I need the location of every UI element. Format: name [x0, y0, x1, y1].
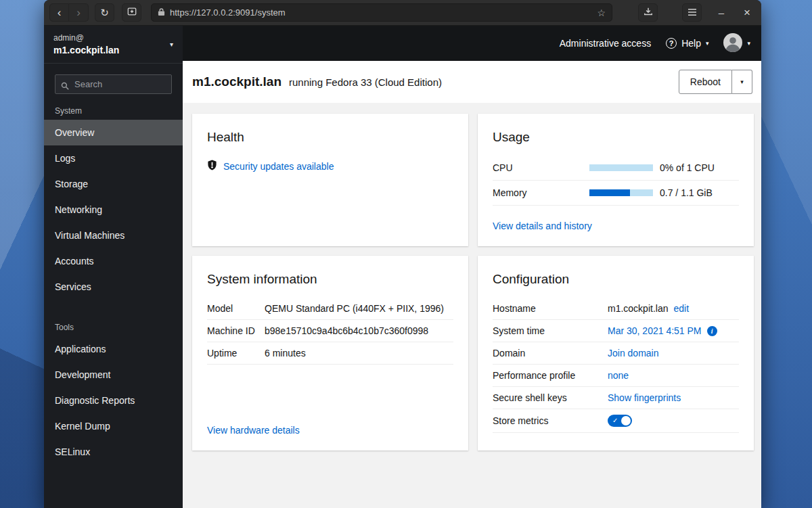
info-icon[interactable]: i — [707, 326, 717, 336]
sidebar-item-networking[interactable]: Networking — [44, 197, 183, 223]
avatar — [723, 33, 742, 54]
nav-button-group: ‹ › — [49, 3, 89, 22]
cpu-label: CPU — [493, 162, 589, 173]
machine-id-row: Machine ID b98e15710c9a4bc6b4c10b7c360f0… — [207, 320, 453, 342]
uptime-value: 6 minutes — [265, 348, 306, 359]
performance-profile-label: Performance profile — [493, 370, 608, 381]
minimize-button[interactable]: – — [713, 4, 730, 22]
uptime-label: Uptime — [207, 348, 265, 359]
memory-usage-row: Memory 0.7 / 1.1 GiB — [493, 181, 739, 206]
performance-profile-link[interactable]: none — [608, 370, 629, 381]
downloads-button[interactable] — [638, 3, 658, 22]
health-row: Security updates available — [207, 160, 453, 173]
join-domain-link[interactable]: Join domain — [608, 348, 659, 359]
sidebar-item-selinux[interactable]: SELinux — [44, 439, 183, 465]
hostname-edit-link[interactable]: edit — [673, 303, 689, 314]
browser-window: ‹ › ↻ https://127.0.0.2:9091/system ☆ – … — [44, 0, 761, 508]
security-updates-link[interactable]: Security updates available — [223, 161, 334, 172]
close-button[interactable]: × — [738, 4, 756, 22]
administrative-access-button[interactable]: Administrative access — [560, 38, 651, 49]
nav-system: Overview Logs Storage Networking Virtual… — [44, 120, 183, 300]
uptime-row: Uptime 6 minutes — [207, 342, 453, 365]
reboot-dropdown-toggle[interactable]: ▾ — [732, 70, 752, 94]
sidebar-item-diagnostic-reports[interactable]: Diagnostic Reports — [44, 388, 183, 413]
host-name: m1.cockpit.lan — [53, 45, 119, 55]
caret-down-icon: ▾ — [740, 78, 744, 85]
reboot-button[interactable]: Reboot — [679, 70, 732, 94]
sidebar-item-overview[interactable]: Overview — [44, 120, 183, 145]
reboot-split-button: Reboot ▾ — [679, 70, 752, 94]
menu-button[interactable] — [682, 3, 702, 22]
hostname-row: Hostname m1.cockpit.lan edit — [493, 298, 739, 320]
sidebar: admin@ m1.cockpit.lan ▾ System Overview … — [44, 26, 183, 508]
sidebar-item-accounts[interactable]: Accounts — [44, 248, 183, 274]
system-information-card: System information Model QEMU Standard P… — [192, 256, 468, 451]
page-hostname: m1.cockpit.lan — [192, 74, 281, 89]
domain-row: Domain Join domain — [493, 342, 739, 365]
store-metrics-row: Store metrics ✓ — [493, 409, 739, 433]
pages-button[interactable] — [122, 3, 141, 22]
sidebar-item-services[interactable]: Services — [44, 274, 183, 300]
health-card: Health Security updates available — [192, 114, 468, 246]
host-info: admin@ m1.cockpit.lan — [53, 33, 119, 55]
sidebar-item-development[interactable]: Development — [44, 362, 183, 388]
bookmark-star-icon[interactable]: ☆ — [597, 7, 606, 18]
search-input[interactable] — [55, 74, 172, 94]
store-metrics-label: Store metrics — [493, 415, 608, 426]
model-value: QEMU Standard PC (i440FX + PIIX, 1996) — [265, 303, 444, 314]
configuration-card: Configuration Hostname m1.cockpit.lan ed… — [478, 256, 754, 451]
section-label-tools: Tools — [44, 317, 183, 336]
back-button[interactable]: ‹ — [49, 3, 69, 22]
page-os: running Fedora 33 (Cloud Edition) — [289, 76, 442, 88]
view-details-history-link[interactable]: View details and history — [493, 221, 592, 231]
help-label: Help — [681, 38, 701, 49]
sidebar-item-applications[interactable]: Applications — [44, 336, 183, 362]
model-row: Model QEMU Standard PC (i440FX + PIIX, 1… — [207, 298, 453, 320]
chevron-down-icon: ▾ — [706, 40, 709, 47]
page-title: m1.cockpit.lan running Fedora 33 (Cloud … — [192, 74, 442, 89]
show-fingerprints-link[interactable]: Show fingerprints — [608, 392, 681, 403]
system-time-row: System time Mar 30, 2021 4:51 PM i — [493, 320, 739, 342]
url-text: https://127.0.0.2:9091/system — [170, 7, 592, 18]
section-label-system: System — [44, 101, 183, 120]
check-icon: ✓ — [612, 417, 618, 424]
usage-card: Usage CPU 0% of 1 CPU Memory 0.7 / 1.1 G… — [478, 114, 754, 246]
cpu-usage-row: CPU 0% of 1 CPU — [493, 156, 739, 181]
system-time-link[interactable]: Mar 30, 2021 4:51 PM — [608, 325, 702, 336]
pages-icon — [127, 7, 137, 18]
configuration-title: Configuration — [493, 272, 739, 287]
url-bar[interactable]: https://127.0.0.2:9091/system ☆ — [151, 3, 612, 22]
hamburger-icon — [687, 7, 697, 18]
system-time-label: System time — [493, 325, 608, 336]
session-menu-button[interactable]: ▾ — [723, 33, 750, 54]
masthead: Administrative access ? Help ▾ ▾ — [183, 26, 761, 61]
machine-id-label: Machine ID — [207, 325, 265, 336]
security-shield-icon — [207, 160, 217, 173]
domain-label: Domain — [493, 348, 608, 359]
forward-button[interactable]: › — [69, 3, 89, 22]
secure-shell-keys-row: Secure shell keys Show fingerprints — [493, 387, 739, 409]
host-selector[interactable]: admin@ m1.cockpit.lan ▾ — [44, 26, 183, 64]
model-label: Model — [207, 303, 265, 314]
toggle-knob — [621, 416, 631, 425]
cockpit-app: admin@ m1.cockpit.lan ▾ System Overview … — [44, 26, 761, 508]
main-area: Administrative access ? Help ▾ ▾ m1.cock… — [183, 26, 761, 508]
sidebar-item-logs[interactable]: Logs — [44, 145, 183, 171]
sidebar-item-storage[interactable]: Storage — [44, 171, 183, 197]
sidebar-item-kernel-dump[interactable]: Kernel Dump — [44, 413, 183, 439]
page-header: m1.cockpit.lan running Fedora 33 (Cloud … — [183, 61, 761, 103]
hostname-value: m1.cockpit.lan — [608, 303, 668, 314]
secure-shell-keys-label: Secure shell keys — [493, 392, 608, 403]
view-hardware-details-link[interactable]: View hardware details — [207, 425, 300, 436]
reload-button[interactable]: ↻ — [95, 3, 114, 22]
help-question-icon: ? — [666, 38, 677, 49]
cpu-value: 0% of 1 CPU — [660, 162, 715, 173]
security-lock-icon — [158, 7, 165, 18]
help-menu-button[interactable]: ? Help ▾ — [666, 38, 708, 49]
search-container — [44, 64, 183, 101]
system-information-title: System information — [207, 272, 453, 287]
chevron-down-icon: ▾ — [747, 40, 750, 47]
host-user: admin@ — [53, 33, 119, 43]
store-metrics-toggle[interactable]: ✓ — [608, 415, 632, 427]
sidebar-item-virtual-machines[interactable]: Virtual Machines — [44, 223, 183, 248]
